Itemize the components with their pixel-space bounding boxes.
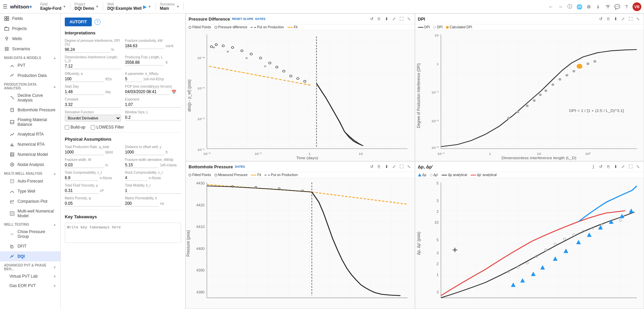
- fullscreen-icon-dpi[interactable]: ⤡: [635, 16, 641, 22]
- expand-icon-dpi[interactable]: ⛶: [627, 16, 634, 22]
- sidebar-item-nodal-analysis[interactable]: Nodal Analysis: [0, 160, 60, 170]
- download-icon-pd[interactable]: ⬇: [384, 16, 390, 22]
- back-icon[interactable]: ←: [548, 3, 554, 10]
- sidebar-item-comparison-plot[interactable]: Comparison Plot: [0, 196, 60, 206]
- expand-icon-pd[interactable]: ⛶: [398, 16, 404, 22]
- expand-icon-bh[interactable]: ⛶: [398, 164, 404, 170]
- copy-icon-dp[interactable]: ⎘: [605, 164, 611, 170]
- well-dropdown-icon[interactable]: ▼: [148, 5, 151, 8]
- total-mobility-input[interactable]: [125, 188, 181, 194]
- sidebar-item-dqi[interactable]: DQI: [0, 251, 60, 261]
- k-param-input[interactable]: [125, 76, 142, 82]
- sidebar-item-type-well[interactable]: Type Well: [0, 186, 60, 196]
- lowess-checkbox-input[interactable]: [91, 125, 95, 130]
- download-icon[interactable]: ⇓: [595, 3, 601, 10]
- sidebar-item-wells[interactable]: Wells: [0, 34, 60, 44]
- section-pda[interactable]: Production Data Analysis ▲: [0, 81, 60, 91]
- autofit-button[interactable]: AUTOFIT: [65, 18, 92, 26]
- producing-frac-input[interactable]: [125, 60, 165, 65]
- buildup-checkbox-input[interactable]: [65, 125, 69, 130]
- sidebar-item-scenarios[interactable]: Scenarios: [0, 44, 60, 54]
- key-takeaways-textarea[interactable]: [65, 223, 181, 243]
- zoom-icon-dpi[interactable]: ⤢: [620, 16, 626, 22]
- reset-slope-button[interactable]: RESET SLOPE: [232, 17, 253, 21]
- sidebar-item-virtual-pvt[interactable]: Virtual PVT Lab ▼: [0, 272, 60, 281]
- sidebar-item-flowing-material[interactable]: Flowing Material Balance: [0, 115, 60, 129]
- sidebar-item-production-data[interactable]: Production Data: [0, 71, 60, 81]
- fullscreen-icon-pd[interactable]: ⤡: [406, 16, 412, 22]
- zoom-icon-pd[interactable]: ⤢: [391, 16, 397, 22]
- sidebar-item-numerical-rta[interactable]: Numerical RTA: [0, 139, 60, 149]
- sidebar-item-decline-curve[interactable]: Decline Curve Analysis: [0, 91, 60, 105]
- frac-width-deriv-input[interactable]: [125, 162, 159, 168]
- exponent-input[interactable]: [125, 102, 181, 108]
- settings-icon[interactable]: ⚙: [585, 3, 592, 10]
- info-icon[interactable]: ⓘ: [566, 3, 573, 10]
- sidebar-item-multi-well-numerical[interactable]: Multi-well Numerical Model: [0, 206, 60, 221]
- copy-icon-dpi[interactable]: ⎘: [605, 16, 611, 22]
- deriv-func-select[interactable]: Bourdet Derivative: [65, 115, 121, 121]
- distance-input[interactable]: [125, 149, 165, 155]
- field-selector[interactable]: Field Eagle-Ford ▼: [40, 2, 71, 11]
- download-icon-dpi[interactable]: ⬇: [613, 16, 619, 22]
- start-day-input[interactable]: [65, 89, 104, 95]
- refresh-icon-bh[interactable]: ↺: [369, 164, 375, 170]
- dates-button-pd[interactable]: DATES: [255, 17, 265, 21]
- diffusivity-input[interactable]: [65, 76, 104, 82]
- sidebar-item-pvt[interactable]: PVT: [0, 60, 60, 71]
- section-main-data[interactable]: Main Data & Models ▲: [0, 54, 60, 60]
- fluid-visc-input[interactable]: [65, 188, 99, 194]
- frac-cond-input[interactable]: [125, 43, 165, 49]
- total-prod-rate-input[interactable]: [65, 149, 104, 155]
- zoom-icon-bh[interactable]: ⤢: [391, 164, 397, 170]
- frac-width-input[interactable]: [65, 162, 104, 168]
- pop-time-input[interactable]: [125, 89, 170, 95]
- sidebar-item-auto-forecast[interactable]: Auto-Forecast: [0, 176, 60, 186]
- refresh-icon-dpi[interactable]: ↺: [598, 16, 604, 22]
- total-compress-input[interactable]: [65, 175, 99, 181]
- sidebar-item-dfit[interactable]: DFIT: [0, 241, 60, 251]
- sidebar-item-analytical-rta[interactable]: Analytical RTA: [0, 129, 60, 139]
- download-icon-dp[interactable]: ⬇: [613, 164, 619, 170]
- help-icon[interactable]: ?: [623, 3, 630, 10]
- integral-icon-dp[interactable]: ∫: [590, 164, 596, 170]
- sidebar-item-bottomhole[interactable]: Bottomhole Pressure: [0, 105, 60, 115]
- copy-icon-bh[interactable]: ⎘: [376, 164, 382, 170]
- rock-compress-input[interactable]: [125, 175, 148, 181]
- dim-length-input[interactable]: [65, 63, 121, 69]
- globe-icon[interactable]: 🌐: [576, 3, 583, 10]
- sidebar-item-gas-eor[interactable]: Gas EOR PVT ▼: [0, 281, 60, 290]
- refresh-icon-dp[interactable]: ↺: [598, 164, 604, 170]
- user-avatar[interactable]: VB: [633, 2, 641, 11]
- lowess-checkbox[interactable]: LOWESS Filter: [91, 125, 124, 130]
- calendar-icon[interactable]: 📅: [171, 90, 176, 94]
- constant-input[interactable]: [65, 102, 121, 108]
- expand-icon-dp[interactable]: ⛶: [627, 164, 634, 170]
- sidebar-item-fields[interactable]: Fields: [0, 13, 60, 24]
- project-dropdown-icon[interactable]: ▼: [95, 5, 99, 8]
- refresh-icon-pd[interactable]: ↺: [369, 16, 375, 22]
- temp-icon[interactable]: ℉: [604, 3, 611, 10]
- scenario-dropdown-icon[interactable]: ▼: [176, 5, 179, 8]
- sidebar-item-numerical-model[interactable]: Numerical Model: [0, 149, 60, 160]
- sidebar-item-projects[interactable]: Projects: [0, 24, 60, 34]
- fullscreen-icon-dp[interactable]: ⤡: [635, 164, 641, 170]
- sidebar-item-chow-pressure[interactable]: Chow Pressure Group: [0, 227, 60, 241]
- dates-button-bh[interactable]: DATES: [235, 165, 245, 168]
- help-circle-icon[interactable]: ?: [94, 19, 101, 25]
- well-selector[interactable]: Well DQI Example Well ▶ ▼: [107, 2, 156, 11]
- fullscreen-icon-bh[interactable]: ⤡: [406, 164, 412, 170]
- matrix-porosity-input[interactable]: [65, 201, 121, 206]
- project-selector[interactable]: Project DQI Demo ▼: [75, 2, 103, 11]
- field-dropdown-icon[interactable]: ▼: [63, 5, 66, 8]
- forward-icon[interactable]: →: [557, 3, 564, 10]
- dpi-input[interactable]: [65, 47, 110, 53]
- copy-icon-pd[interactable]: ⎘: [376, 16, 382, 22]
- matrix-perm-input[interactable]: [125, 201, 159, 206]
- window-size-input[interactable]: [125, 115, 181, 120]
- section-well-testing[interactable]: Well Testing ▲: [0, 221, 60, 227]
- download-icon-bh[interactable]: ⬇: [384, 164, 390, 170]
- scenario-selector[interactable]: Scenarios Main ▼: [160, 2, 184, 11]
- zoom-icon-dp[interactable]: ⤢: [620, 164, 626, 170]
- chat-icon[interactable]: 💬: [614, 3, 620, 10]
